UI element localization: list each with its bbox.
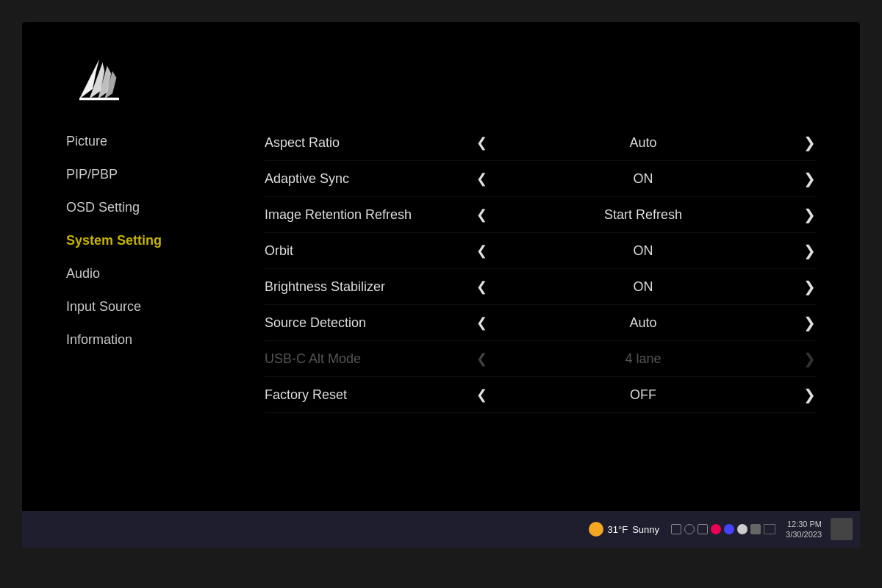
taskbar-corner-button[interactable]	[831, 518, 853, 540]
setting-row-brightness-stabilizer[interactable]: Brightness Stabilizer❮ON❯	[265, 269, 816, 305]
setting-name-aspect-ratio: Aspect Ratio	[265, 135, 470, 151]
chevron-right-usb-c-alt-mode: ❯	[794, 350, 816, 368]
taskbar-weather: 31°F Sunny	[589, 522, 659, 537]
corsair-logo-icon	[66, 51, 132, 107]
setting-row-adaptive-sync[interactable]: Adaptive Sync❮ON❯	[265, 161, 816, 197]
tray-icon-1	[671, 524, 681, 534]
setting-row-factory-reset[interactable]: Factory Reset❮OFF❯	[265, 377, 816, 413]
taskbar-tray-icons	[671, 524, 775, 534]
taskbar-time-text: 12:30 PM	[786, 519, 822, 529]
svg-rect-0	[79, 98, 119, 101]
tray-icon-rect	[764, 524, 775, 534]
sidebar-item-picture[interactable]: Picture	[66, 125, 206, 158]
chevron-left-source-detection[interactable]: ❮	[470, 315, 492, 331]
setting-value-aspect-ratio: Auto	[492, 135, 794, 151]
chevron-right-source-detection[interactable]: ❯	[794, 314, 816, 331]
setting-row-image-retention-refresh[interactable]: Image Retention Refresh❮Start Refresh❯	[265, 197, 816, 233]
tray-icon-blue	[724, 524, 734, 534]
setting-name-source-detection: Source Detection	[265, 315, 470, 331]
sidebar-item-audio[interactable]: Audio	[66, 257, 206, 290]
tray-icon-gray	[750, 524, 761, 534]
taskbar-temperature: 31°F	[608, 524, 628, 535]
setting-value-image-retention-refresh: Start Refresh	[492, 207, 794, 223]
chevron-left-image-retention-refresh[interactable]: ❮	[470, 207, 492, 223]
content-area: Aspect Ratio❮Auto❯Adaptive Sync❮ON❯Image…	[206, 125, 860, 548]
taskbar-date-text: 3/30/2023	[786, 529, 822, 539]
tray-icon-2	[684, 524, 695, 534]
setting-row-source-detection[interactable]: Source Detection❮Auto❯	[265, 305, 816, 341]
setting-name-brightness-stabilizer: Brightness Stabilizer	[265, 279, 470, 295]
setting-row-aspect-ratio[interactable]: Aspect Ratio❮Auto❯	[265, 125, 816, 161]
taskbar-condition: Sunny	[632, 524, 659, 535]
setting-value-adaptive-sync: ON	[492, 171, 794, 187]
chevron-left-adaptive-sync[interactable]: ❮	[470, 171, 492, 187]
chevron-left-aspect-ratio[interactable]: ❮	[470, 135, 492, 151]
sun-icon	[589, 522, 603, 537]
setting-row-usb-c-alt-mode: USB-C Alt Mode❮4 lane❯	[265, 341, 816, 377]
setting-name-orbit: Orbit	[265, 243, 470, 259]
chevron-right-adaptive-sync[interactable]: ❯	[794, 170, 816, 187]
chevron-right-orbit[interactable]: ❯	[794, 242, 816, 259]
chevron-left-usb-c-alt-mode: ❮	[470, 351, 492, 367]
setting-name-factory-reset: Factory Reset	[265, 387, 470, 403]
chevron-left-orbit[interactable]: ❮	[470, 243, 492, 259]
sidebar-item-information[interactable]: Information	[66, 323, 206, 356]
chevron-right-brightness-stabilizer[interactable]: ❯	[794, 278, 816, 295]
taskbar-datetime: 12:30 PM 3/30/2023	[786, 519, 822, 540]
setting-value-usb-c-alt-mode: 4 lane	[492, 351, 794, 367]
tray-icon-white	[737, 524, 747, 534]
setting-value-orbit: ON	[492, 243, 794, 259]
tray-icon-red	[711, 524, 721, 534]
chevron-left-brightness-stabilizer[interactable]: ❮	[470, 279, 492, 295]
setting-value-brightness-stabilizer: ON	[492, 279, 794, 295]
tray-icon-3	[698, 524, 708, 534]
taskbar: 31°F Sunny 12:30 PM 3/30/2023	[22, 511, 860, 548]
setting-value-source-detection: Auto	[492, 315, 794, 331]
monitor-screen: PicturePIP/PBPOSD SettingSystem SettingA…	[22, 22, 860, 548]
chevron-left-factory-reset[interactable]: ❮	[470, 387, 492, 403]
chevron-right-image-retention-refresh[interactable]: ❯	[794, 206, 816, 223]
setting-row-orbit[interactable]: Orbit❮ON❯	[265, 233, 816, 269]
corsair-logo-area	[66, 51, 140, 110]
chevron-right-factory-reset[interactable]: ❯	[794, 386, 816, 404]
sidebar-item-system-setting[interactable]: System Setting	[66, 224, 206, 257]
chevron-right-aspect-ratio[interactable]: ❯	[794, 134, 816, 151]
sidebar-item-pip-pbp[interactable]: PIP/PBP	[66, 158, 206, 191]
setting-name-adaptive-sync: Adaptive Sync	[265, 171, 470, 187]
menu-container: PicturePIP/PBPOSD SettingSystem SettingA…	[22, 125, 860, 548]
setting-value-factory-reset: OFF	[492, 387, 794, 403]
sidebar-item-input-source[interactable]: Input Source	[66, 290, 206, 323]
setting-name-image-retention-refresh: Image Retention Refresh	[265, 207, 470, 223]
sidebar-item-osd-setting[interactable]: OSD Setting	[66, 191, 206, 224]
sidebar: PicturePIP/PBPOSD SettingSystem SettingA…	[22, 125, 206, 548]
setting-name-usb-c-alt-mode: USB-C Alt Mode	[265, 351, 470, 367]
